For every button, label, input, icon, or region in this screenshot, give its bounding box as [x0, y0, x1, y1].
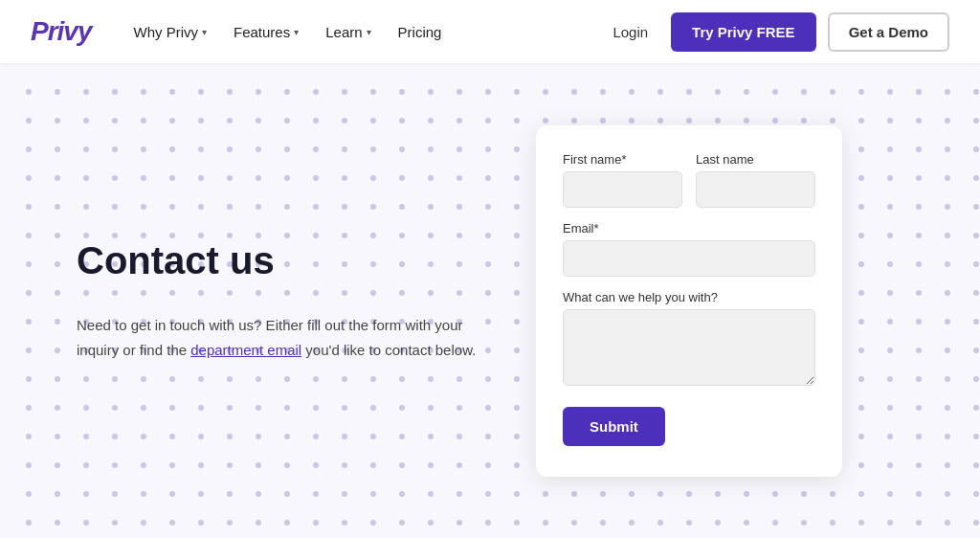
page-title: Contact us — [77, 239, 479, 282]
first-name-group: First name* — [563, 152, 682, 208]
last-name-label: Last name — [696, 152, 815, 167]
first-name-input[interactable] — [563, 171, 682, 208]
email-input[interactable] — [563, 240, 815, 277]
login-link[interactable]: Login — [601, 16, 659, 48]
chevron-down-icon: ▾ — [202, 27, 207, 37]
nav-item-features[interactable]: Features ▾ — [222, 16, 310, 48]
try-free-button[interactable]: Try Privy FREE — [671, 12, 816, 52]
nav-links: Why Privy ▾ Features ▾ Learn ▾ Pricing — [122, 16, 602, 48]
submit-button[interactable]: Submit — [563, 407, 665, 446]
last-name-group: Last name — [696, 152, 815, 208]
last-name-input[interactable] — [696, 171, 815, 208]
main-content: Contact us Need to get in touch with us?… — [0, 63, 980, 538]
email-group: Email* — [563, 221, 815, 277]
contact-form-card: First name* Last name Email* What can we… — [536, 125, 842, 477]
get-demo-button[interactable]: Get a Demo — [828, 12, 949, 52]
help-textarea[interactable] — [563, 309, 815, 386]
name-row: First name* Last name — [563, 152, 815, 208]
nav-right: Login Try Privy FREE Get a Demo — [601, 12, 949, 52]
help-label: What can we help you with? — [563, 290, 815, 304]
nav-item-learn[interactable]: Learn ▾ — [314, 16, 382, 48]
department-email-link[interactable]: department email — [190, 342, 301, 358]
email-label: Email* — [563, 221, 815, 235]
page-description: Need to get in touch with us? Either fil… — [77, 313, 479, 362]
nav-item-why-privy[interactable]: Why Privy ▾ — [122, 16, 219, 48]
help-group: What can we help you with? — [563, 290, 815, 386]
logo[interactable]: Privy — [31, 16, 92, 47]
chevron-down-icon: ▾ — [367, 27, 371, 37]
chevron-down-icon: ▾ — [294, 27, 299, 37]
navbar: Privy Why Privy ▾ Features ▾ Learn ▾ Pri… — [0, 0, 980, 63]
first-name-label: First name* — [563, 152, 682, 167]
left-content: Contact us Need to get in touch with us?… — [77, 239, 479, 362]
nav-item-pricing[interactable]: Pricing — [387, 16, 454, 48]
